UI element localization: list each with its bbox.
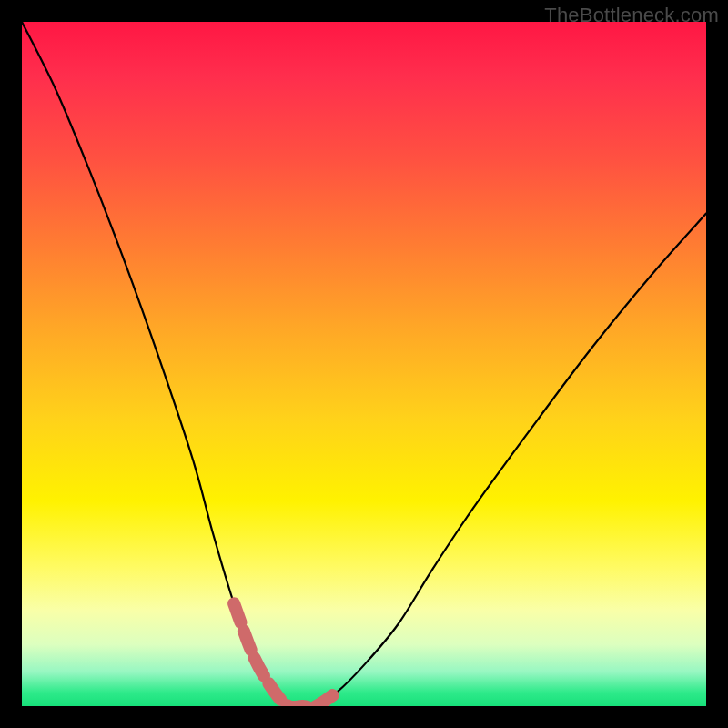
bottleneck-curve-svg [22, 22, 706, 706]
floor-marker [234, 603, 337, 706]
chart-plot-area [22, 22, 706, 706]
watermark-text: TheBottleneck.com [544, 4, 719, 27]
bottleneck-curve [22, 22, 706, 706]
